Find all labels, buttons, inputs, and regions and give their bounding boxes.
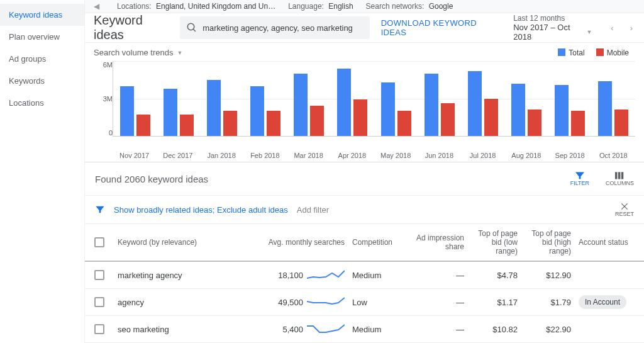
cell-account-status	[575, 323, 644, 335]
add-filter-button[interactable]: Add filter	[297, 205, 329, 215]
svg-rect-3	[615, 172, 618, 179]
sidebar-item-ad-groups[interactable]: Ad groups	[0, 48, 84, 70]
bar-mobile	[528, 110, 541, 136]
sparkline-icon	[307, 322, 345, 336]
chart-y-axis: 6M 3M 0	[94, 61, 113, 149]
chart-metric-selector[interactable]: Search volume trends ▼	[94, 48, 635, 57]
chart-month-column	[548, 61, 592, 136]
svg-marker-2	[575, 172, 584, 179]
sidebar-item-plan-overview[interactable]: Plan overview	[0, 26, 84, 48]
search-box[interactable]	[180, 16, 370, 39]
select-all-checkbox[interactable]	[94, 237, 104, 247]
cell-impression-share: —	[405, 291, 468, 313]
col-bid-high[interactable]: Top of page bid (high range)	[521, 224, 575, 261]
cell-competition: Low	[348, 291, 405, 313]
svg-rect-5	[621, 172, 624, 179]
chart-month-column	[418, 61, 461, 136]
col-avg-searches[interactable]: Avg. monthly searches	[254, 233, 348, 252]
bar-total	[598, 81, 612, 136]
table-row[interactable]: agency49,500Low—$1.17$1.79In Account	[85, 289, 644, 316]
cell-keyword: agency	[114, 291, 254, 313]
bar-mobile	[136, 115, 150, 136]
cell-bid-high: $1.79	[521, 291, 575, 313]
chart-month-column	[505, 61, 548, 136]
cell-impression-share: —	[405, 264, 468, 286]
col-keyword[interactable]: Keyword (by relevance)	[114, 233, 254, 252]
chevron-right-icon[interactable]: ›	[628, 21, 635, 35]
cell-bid-low: $4.78	[468, 264, 521, 286]
chart-month-column	[200, 61, 243, 136]
cell-bid-high: $12.90	[521, 264, 575, 286]
col-impression-share[interactable]: Ad impression share	[405, 228, 468, 256]
row-checkbox[interactable]	[94, 324, 104, 334]
cell-competition: Medium	[348, 264, 405, 286]
row-checkbox[interactable]	[94, 297, 104, 307]
cell-avg-searches: 49,500	[254, 289, 348, 315]
cell-account-status: In Account	[575, 289, 644, 315]
filter-button[interactable]: FILTER	[570, 171, 589, 186]
sidebar: Keyword ideas Plan overview Ad groups Ke…	[0, 0, 85, 343]
bar-total	[120, 86, 134, 136]
cell-bid-low: $1.17	[468, 291, 521, 313]
chart-month-column	[113, 61, 157, 136]
sidebar-item-keywords[interactable]: Keywords	[0, 70, 84, 92]
table-row[interactable]: seo marketing5,400Medium—$10.82$22.90	[85, 316, 644, 343]
active-filters[interactable]: Show broadly related ideas; Exclude adul…	[114, 205, 288, 215]
chart-legend: Total Mobile	[558, 48, 629, 57]
cell-keyword: marketing agency	[114, 264, 254, 286]
chart-month-column	[157, 61, 200, 136]
sparkline-icon	[307, 295, 345, 309]
search-input[interactable]	[203, 23, 364, 33]
sidebar-item-keyword-ideas[interactable]: Keyword ideas	[0, 4, 84, 26]
topbar: ◀ Locations: England, United Kingdom and…	[85, 0, 644, 13]
cell-keyword: seo marketing	[114, 318, 254, 340]
sparkline-icon	[307, 268, 345, 282]
keyword-table: Keyword (by relevance) Avg. monthly sear…	[85, 224, 644, 343]
results-count: Found 2060 keyword ideas	[95, 174, 208, 184]
svg-rect-4	[618, 172, 621, 179]
date-range-picker[interactable]: Last 12 months Nov 2017 – Oct 2018 ▼	[513, 14, 592, 42]
col-account-status[interactable]: Account status	[575, 233, 644, 252]
dropdown-caret-icon: ▼	[586, 29, 592, 35]
cell-bid-low: $10.82	[468, 318, 521, 340]
back-caret-icon[interactable]: ◀	[94, 2, 99, 11]
chart-month-column	[244, 61, 287, 136]
bar-total	[511, 84, 525, 136]
filter-icon	[95, 205, 105, 214]
bar-total	[555, 85, 569, 136]
date-range-last: Last 12 months	[513, 14, 592, 23]
topbar-locations[interactable]: Locations: England, United Kingdom and U…	[117, 2, 275, 11]
col-bid-low[interactable]: Top of page bid (low range)	[468, 224, 521, 261]
topbar-language[interactable]: Language: English	[288, 2, 353, 11]
chart-month-column	[287, 61, 331, 136]
svg-point-0	[187, 23, 194, 30]
reset-filters-button[interactable]: RESET	[615, 202, 634, 217]
bar-mobile	[223, 111, 237, 136]
col-competition[interactable]: Competition	[348, 233, 405, 252]
cell-account-status	[575, 269, 644, 281]
bar-total	[468, 71, 482, 136]
cell-competition: Medium	[348, 318, 405, 340]
close-icon	[620, 202, 629, 211]
table-header: Keyword (by relevance) Avg. monthly sear…	[85, 224, 644, 262]
bar-total	[250, 86, 264, 136]
date-range-value: Nov 2017 – Oct 2018	[513, 23, 582, 42]
topbar-networks[interactable]: Search networks: Google	[366, 2, 453, 11]
sidebar-item-locations[interactable]: Locations	[0, 92, 84, 114]
bar-mobile	[353, 99, 367, 136]
chart-plot	[113, 61, 635, 137]
cell-avg-searches: 5,400	[254, 316, 348, 342]
download-keyword-ideas-link[interactable]: DOWNLOAD KEYWORD IDEAS	[381, 18, 494, 37]
page-title: Keyword ideas	[94, 13, 169, 42]
bar-mobile	[310, 106, 324, 136]
svg-line-1	[193, 29, 196, 31]
chart-month-column	[331, 61, 374, 136]
columns-button[interactable]: COLUMNS	[606, 171, 634, 186]
table-row[interactable]: marketing agency18,100Medium—$4.78$12.90	[85, 262, 644, 289]
bar-total	[207, 80, 221, 136]
dropdown-caret-icon: ▼	[177, 50, 182, 56]
bar-total	[381, 82, 395, 136]
row-checkbox[interactable]	[94, 270, 104, 280]
chevron-left-icon[interactable]: ‹	[608, 21, 616, 35]
bar-mobile	[180, 115, 194, 136]
